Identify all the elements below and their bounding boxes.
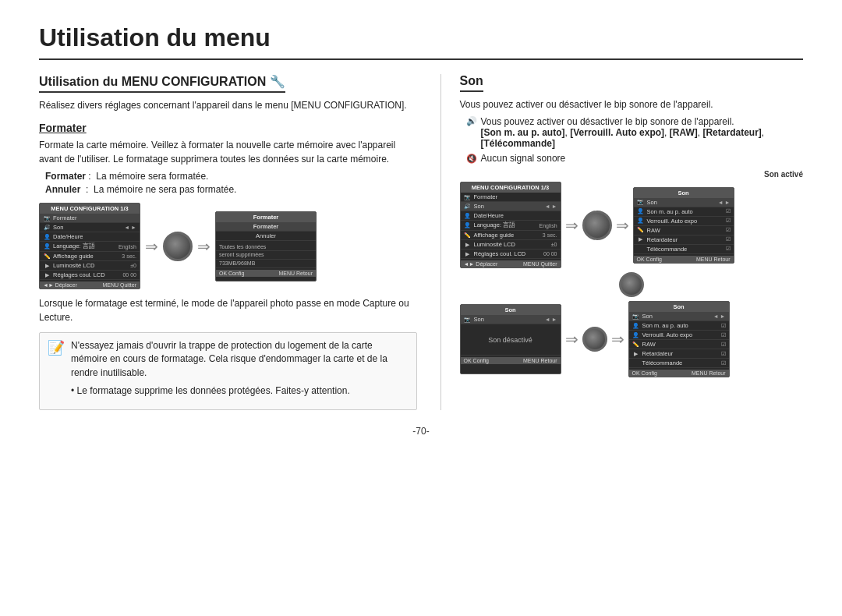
arrow-1: ⇒ (145, 237, 158, 256)
son-menu-header: MENU CONFIGURATION 1/3 (461, 182, 561, 193)
right-column: Son Vous pouvez activer ou désactiver le… (440, 74, 803, 410)
son-reactivated-header: Son (629, 302, 729, 312)
arrow-son-2: ⇒ (616, 216, 629, 235)
arrow-son-4: ⇒ (611, 330, 624, 349)
son-submenu-header: Son (634, 188, 734, 198)
formater-title: Formater (39, 122, 417, 134)
screen-son-desactive: Son 📷Son◄ ► Son désactivé OK ConfigMENU … (460, 304, 561, 374)
nav-dial-son (582, 211, 612, 240)
page-number: -70- (39, 426, 803, 437)
screen-formater-dialog: Formater Formater Annuler Toutes les don… (215, 211, 317, 281)
formater-desc: Formate la carte mémoire. Veillez à form… (39, 139, 417, 166)
down-arrow-area (460, 272, 803, 297)
screen-son-submenu: Son 📷Son◄ ► 👤Son m. au p. auto☑ 👤Verroui… (633, 187, 734, 264)
note-box: 📝 N'essayez jamais d'ouvrir la trappe de… (39, 332, 417, 410)
formater-bullets: Formater : La mémoire sera formatée. Ann… (45, 171, 417, 195)
right-intro: Vous pouvez activer ou désactiver le bip… (460, 98, 803, 112)
screen-group-formater: MENU CONFIGURATION 1/3 📷Formater 🔊Son◄ ►… (39, 203, 417, 289)
left-section-title: Utilisation du MENU CONFIGURATION 🔧 (39, 74, 285, 93)
son-desactive-header: Son (461, 305, 561, 315)
after-format-text: Lorsque le formatage est terminé, le mod… (39, 297, 417, 324)
son-screens-bottom: Son 📷Son◄ ► Son désactivé OK ConfigMENU … (460, 301, 803, 377)
note-icon: 📝 (48, 339, 65, 356)
nav-dial-son-down (619, 272, 644, 297)
son-screens-top: MENU CONFIGURATION 1/3 📷Formater 🔊Son◄ ►… (460, 182, 803, 268)
page-title: Utilisation du menu (39, 23, 803, 60)
arrow-son-1: ⇒ (565, 216, 578, 235)
intro-text: Réalisez divers réglages concernant l'ap… (39, 99, 417, 112)
screen-menu-config: MENU CONFIGURATION 1/3 📷Formater 🔊Son◄ ►… (39, 203, 140, 289)
left-column: Utilisation du MENU CONFIGURATION 🔧 Réal… (39, 74, 417, 410)
screen1-header: MENU CONFIGURATION 1/3 (40, 204, 140, 214)
nav-dial-1 (163, 232, 193, 261)
son-active-caption: Son activé (460, 170, 803, 179)
arrow-son-3: ⇒ (565, 330, 578, 349)
screen-son-reactivated: Son 📷Son◄ ► 👤Son m. au p. auto☑ 👤Verroui… (628, 301, 730, 377)
screen-son-menu: MENU CONFIGURATION 1/3 📷Formater 🔊Son◄ ►… (460, 182, 561, 268)
screen2-header: Formater (216, 212, 316, 222)
nav-dial-son-2 (582, 327, 607, 352)
right-section-title: Son (460, 74, 483, 92)
son-bullets: 🔊 Vous pouvez activer ou désactiver le b… (466, 116, 803, 164)
arrow-2: ⇒ (197, 237, 210, 256)
note-content: N'essayez jamais d'ouvrir la trappe de p… (71, 339, 409, 403)
